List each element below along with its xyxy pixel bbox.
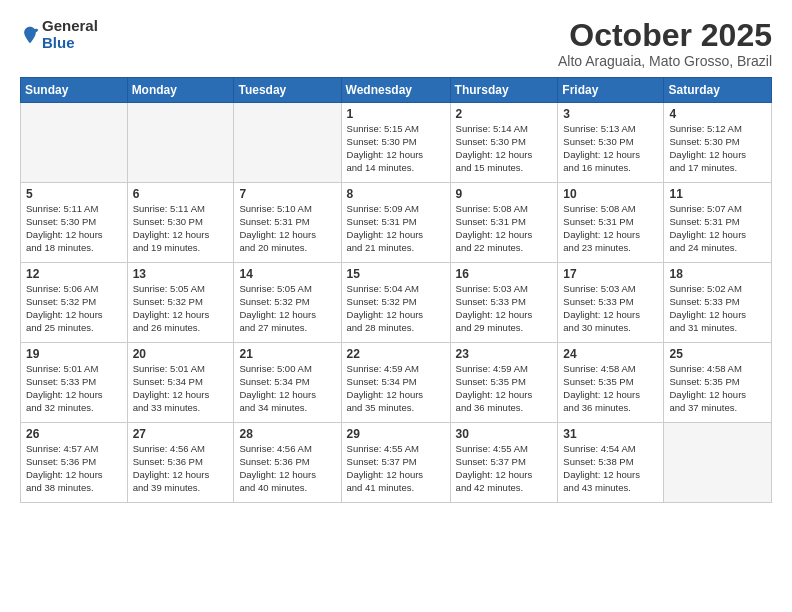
col-thursday: Thursday (450, 78, 558, 103)
day-info: Sunrise: 5:12 AMSunset: 5:30 PMDaylight:… (669, 123, 766, 174)
day-number: 14 (239, 267, 335, 281)
calendar-cell: 22Sunrise: 4:59 AMSunset: 5:34 PMDayligh… (341, 343, 450, 423)
calendar-cell: 16Sunrise: 5:03 AMSunset: 5:33 PMDayligh… (450, 263, 558, 343)
day-number: 4 (669, 107, 766, 121)
day-info: Sunrise: 4:58 AMSunset: 5:35 PMDaylight:… (563, 363, 658, 414)
logo-text: General Blue (42, 18, 98, 51)
day-number: 19 (26, 347, 122, 361)
calendar-cell: 11Sunrise: 5:07 AMSunset: 5:31 PMDayligh… (664, 183, 772, 263)
day-number: 10 (563, 187, 658, 201)
calendar-week-5: 26Sunrise: 4:57 AMSunset: 5:36 PMDayligh… (21, 423, 772, 503)
calendar-cell: 19Sunrise: 5:01 AMSunset: 5:33 PMDayligh… (21, 343, 128, 423)
day-number: 21 (239, 347, 335, 361)
calendar-week-1: 1Sunrise: 5:15 AMSunset: 5:30 PMDaylight… (21, 103, 772, 183)
day-number: 13 (133, 267, 229, 281)
day-number: 6 (133, 187, 229, 201)
calendar-cell: 7Sunrise: 5:10 AMSunset: 5:31 PMDaylight… (234, 183, 341, 263)
day-info: Sunrise: 5:02 AMSunset: 5:33 PMDaylight:… (669, 283, 766, 334)
day-number: 3 (563, 107, 658, 121)
day-number: 27 (133, 427, 229, 441)
calendar-cell: 30Sunrise: 4:55 AMSunset: 5:37 PMDayligh… (450, 423, 558, 503)
calendar-cell: 18Sunrise: 5:02 AMSunset: 5:33 PMDayligh… (664, 263, 772, 343)
calendar-cell: 20Sunrise: 5:01 AMSunset: 5:34 PMDayligh… (127, 343, 234, 423)
day-number: 2 (456, 107, 553, 121)
day-info: Sunrise: 4:57 AMSunset: 5:36 PMDaylight:… (26, 443, 122, 494)
day-number: 9 (456, 187, 553, 201)
calendar-cell: 8Sunrise: 5:09 AMSunset: 5:31 PMDaylight… (341, 183, 450, 263)
day-number: 11 (669, 187, 766, 201)
calendar-cell: 6Sunrise: 5:11 AMSunset: 5:30 PMDaylight… (127, 183, 234, 263)
day-number: 8 (347, 187, 445, 201)
day-number: 20 (133, 347, 229, 361)
day-info: Sunrise: 5:04 AMSunset: 5:32 PMDaylight:… (347, 283, 445, 334)
calendar-week-4: 19Sunrise: 5:01 AMSunset: 5:33 PMDayligh… (21, 343, 772, 423)
calendar-cell: 5Sunrise: 5:11 AMSunset: 5:30 PMDaylight… (21, 183, 128, 263)
col-wednesday: Wednesday (341, 78, 450, 103)
calendar-cell: 1Sunrise: 5:15 AMSunset: 5:30 PMDaylight… (341, 103, 450, 183)
day-info: Sunrise: 5:11 AMSunset: 5:30 PMDaylight:… (26, 203, 122, 254)
calendar-cell: 29Sunrise: 4:55 AMSunset: 5:37 PMDayligh… (341, 423, 450, 503)
day-number: 22 (347, 347, 445, 361)
day-number: 30 (456, 427, 553, 441)
day-info: Sunrise: 5:10 AMSunset: 5:31 PMDaylight:… (239, 203, 335, 254)
day-info: Sunrise: 5:14 AMSunset: 5:30 PMDaylight:… (456, 123, 553, 174)
day-info: Sunrise: 5:13 AMSunset: 5:30 PMDaylight:… (563, 123, 658, 174)
logo-general: General (42, 18, 98, 35)
title-block: October 2025 Alto Araguaia, Mato Grosso,… (558, 18, 772, 69)
day-info: Sunrise: 5:00 AMSunset: 5:34 PMDaylight:… (239, 363, 335, 414)
day-number: 1 (347, 107, 445, 121)
calendar-cell: 24Sunrise: 4:58 AMSunset: 5:35 PMDayligh… (558, 343, 664, 423)
calendar-cell: 2Sunrise: 5:14 AMSunset: 5:30 PMDaylight… (450, 103, 558, 183)
day-number: 15 (347, 267, 445, 281)
calendar-cell: 9Sunrise: 5:08 AMSunset: 5:31 PMDaylight… (450, 183, 558, 263)
col-friday: Friday (558, 78, 664, 103)
day-info: Sunrise: 5:03 AMSunset: 5:33 PMDaylight:… (456, 283, 553, 334)
calendar-cell: 23Sunrise: 4:59 AMSunset: 5:35 PMDayligh… (450, 343, 558, 423)
day-number: 5 (26, 187, 122, 201)
day-number: 29 (347, 427, 445, 441)
calendar-header-row: Sunday Monday Tuesday Wednesday Thursday… (21, 78, 772, 103)
col-sunday: Sunday (21, 78, 128, 103)
day-number: 25 (669, 347, 766, 361)
calendar-cell: 12Sunrise: 5:06 AMSunset: 5:32 PMDayligh… (21, 263, 128, 343)
day-info: Sunrise: 4:58 AMSunset: 5:35 PMDaylight:… (669, 363, 766, 414)
day-info: Sunrise: 5:08 AMSunset: 5:31 PMDaylight:… (563, 203, 658, 254)
calendar-cell: 13Sunrise: 5:05 AMSunset: 5:32 PMDayligh… (127, 263, 234, 343)
day-info: Sunrise: 5:05 AMSunset: 5:32 PMDaylight:… (133, 283, 229, 334)
calendar-cell: 10Sunrise: 5:08 AMSunset: 5:31 PMDayligh… (558, 183, 664, 263)
calendar-cell (234, 103, 341, 183)
calendar-cell: 15Sunrise: 5:04 AMSunset: 5:32 PMDayligh… (341, 263, 450, 343)
location-title: Alto Araguaia, Mato Grosso, Brazil (558, 53, 772, 69)
day-info: Sunrise: 4:55 AMSunset: 5:37 PMDaylight:… (347, 443, 445, 494)
day-info: Sunrise: 4:59 AMSunset: 5:35 PMDaylight:… (456, 363, 553, 414)
day-number: 28 (239, 427, 335, 441)
calendar-cell: 17Sunrise: 5:03 AMSunset: 5:33 PMDayligh… (558, 263, 664, 343)
day-info: Sunrise: 5:11 AMSunset: 5:30 PMDaylight:… (133, 203, 229, 254)
calendar-cell: 25Sunrise: 4:58 AMSunset: 5:35 PMDayligh… (664, 343, 772, 423)
day-info: Sunrise: 5:01 AMSunset: 5:34 PMDaylight:… (133, 363, 229, 414)
calendar-cell (664, 423, 772, 503)
day-number: 7 (239, 187, 335, 201)
day-number: 18 (669, 267, 766, 281)
day-number: 16 (456, 267, 553, 281)
calendar-cell: 21Sunrise: 5:00 AMSunset: 5:34 PMDayligh… (234, 343, 341, 423)
day-info: Sunrise: 5:09 AMSunset: 5:31 PMDaylight:… (347, 203, 445, 254)
month-title: October 2025 (558, 18, 772, 53)
day-info: Sunrise: 4:54 AMSunset: 5:38 PMDaylight:… (563, 443, 658, 494)
calendar-cell: 31Sunrise: 4:54 AMSunset: 5:38 PMDayligh… (558, 423, 664, 503)
day-info: Sunrise: 5:05 AMSunset: 5:32 PMDaylight:… (239, 283, 335, 334)
day-info: Sunrise: 4:59 AMSunset: 5:34 PMDaylight:… (347, 363, 445, 414)
day-info: Sunrise: 5:07 AMSunset: 5:31 PMDaylight:… (669, 203, 766, 254)
calendar: Sunday Monday Tuesday Wednesday Thursday… (20, 77, 772, 503)
col-tuesday: Tuesday (234, 78, 341, 103)
calendar-week-3: 12Sunrise: 5:06 AMSunset: 5:32 PMDayligh… (21, 263, 772, 343)
calendar-week-2: 5Sunrise: 5:11 AMSunset: 5:30 PMDaylight… (21, 183, 772, 263)
logo: General Blue (20, 18, 98, 51)
day-number: 23 (456, 347, 553, 361)
header: General Blue October 2025 Alto Araguaia,… (20, 18, 772, 69)
day-number: 24 (563, 347, 658, 361)
day-info: Sunrise: 5:03 AMSunset: 5:33 PMDaylight:… (563, 283, 658, 334)
day-info: Sunrise: 5:15 AMSunset: 5:30 PMDaylight:… (347, 123, 445, 174)
col-saturday: Saturday (664, 78, 772, 103)
logo-icon (20, 25, 40, 45)
